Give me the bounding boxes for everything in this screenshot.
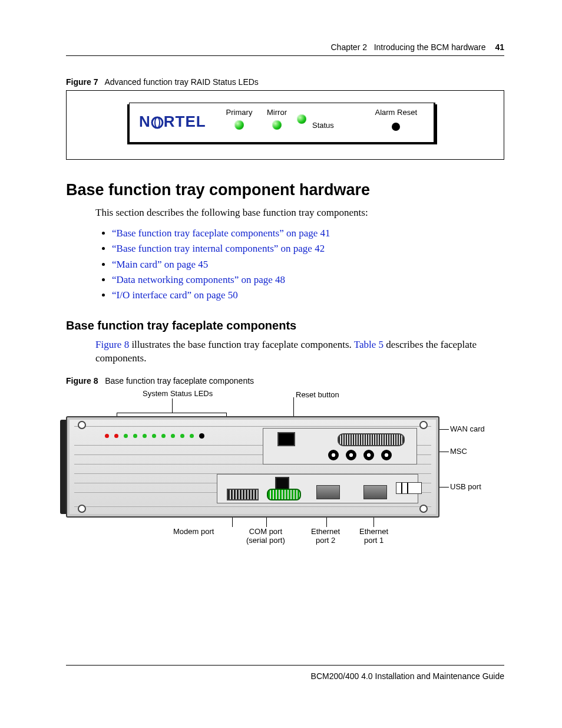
- text: illustrates the base function tray facep…: [129, 339, 354, 350]
- figure7-caption: Figure 7 Advanced function tray RAID Sta…: [66, 77, 504, 87]
- alarm-reset-group: Alarm Reset: [375, 108, 417, 131]
- com-port-line2: (serial port): [246, 536, 285, 545]
- jack-icon: [381, 450, 392, 460]
- xref-link[interactable]: “Base function tray faceplate components…: [112, 228, 330, 239]
- xref-link[interactable]: “Data networking components” on page 48: [112, 274, 285, 285]
- chapter-title: Introducing the BCM hardware: [374, 42, 486, 52]
- xref-link[interactable]: “I/O interface card” on page 50: [112, 289, 238, 301]
- list-item: “I/O interface card” on page 50: [112, 288, 504, 303]
- callout-reset-button: Reset button: [296, 390, 339, 399]
- section-heading: Base function tray component hardware: [66, 181, 504, 199]
- list-item: “Data networking components” on page 48: [112, 272, 504, 288]
- callout-wan-card: WAN card: [450, 424, 485, 433]
- callout-msc: MSC: [450, 447, 467, 456]
- mirror-led-column: Mirror: [259, 108, 295, 131]
- figure7-number: Figure 7: [66, 77, 98, 87]
- callout-usb-port: USB port: [450, 482, 481, 491]
- list-item: “Base function tray faceplate components…: [112, 226, 504, 241]
- figure8-title: Base function tray faceplate components: [105, 376, 254, 386]
- figure8-caption: Figure 8 Base function tray faceplate co…: [66, 376, 504, 386]
- callout-system-status-leds: System Status LEDs: [143, 389, 213, 398]
- ethernet-port-icon: [363, 485, 387, 499]
- leader-line: [172, 398, 173, 413]
- callout-ethernet1: Ethernet port 1: [359, 527, 388, 545]
- xref-list: “Base function tray faceplate components…: [95, 226, 504, 304]
- serial-connector-icon: [338, 433, 405, 446]
- primary-led-icon: [234, 120, 244, 130]
- footer-text: BCM200/400 4.0 Installation and Maintena…: [311, 671, 504, 681]
- usb-port-icon: [396, 482, 422, 494]
- figure7-frame: N RTEL Primary Mirror Status Alarm Reset: [66, 90, 504, 160]
- globe-icon: [151, 116, 164, 129]
- alarm-reset-button-icon: [392, 123, 400, 131]
- jack-icon: [328, 450, 339, 460]
- callout-com-port: COM port (serial port): [246, 527, 285, 545]
- chapter-label: Chapter 2: [331, 42, 367, 52]
- eth2-line2: port 2: [316, 536, 335, 545]
- wan-msc-module: [263, 428, 417, 465]
- figure8-diagram: System Status LEDs Reset button WAN card…: [66, 389, 502, 561]
- nortel-logo: N RTEL: [139, 113, 206, 131]
- svg-point-0: [152, 117, 163, 128]
- subsection-heading: Base function tray faceplate components: [66, 319, 504, 332]
- xref-table5[interactable]: Table 5: [354, 339, 384, 350]
- status-label: Status: [312, 121, 334, 130]
- xref-figure8[interactable]: Figure 8: [95, 339, 129, 350]
- faceplate-drawing: [66, 416, 439, 518]
- callout-ethernet2: Ethernet port 2: [311, 527, 340, 545]
- status-led-icon: [297, 114, 306, 124]
- mirror-led-icon: [272, 120, 282, 130]
- primary-led-column: Primary: [222, 108, 257, 131]
- page-footer: BCM200/400 4.0 Installation and Maintena…: [66, 665, 504, 681]
- figure7-title: Advanced function tray RAID Status LEDs: [104, 77, 258, 87]
- jack-icon: [346, 450, 356, 460]
- figure8-number: Figure 8: [66, 376, 98, 386]
- status-led-group: Status: [297, 108, 334, 130]
- svg-point-1: [155, 117, 160, 128]
- leader-line: [117, 413, 226, 413]
- io-module: [217, 474, 418, 503]
- rj-port-icon: [277, 432, 295, 446]
- modem-port-icon: [227, 489, 259, 500]
- primary-label: Primary: [222, 108, 257, 117]
- com-port-icon: [267, 489, 301, 500]
- mirror-label: Mirror: [259, 108, 295, 117]
- alarm-reset-label: Alarm Reset: [375, 108, 417, 117]
- callout-modem-port: Modem port: [173, 527, 214, 536]
- jack-icon: [363, 450, 374, 460]
- page-number: 41: [488, 42, 504, 52]
- com-port-line1: COM port: [249, 527, 282, 536]
- status-led-strip: [105, 433, 223, 440]
- eth1-line1: Ethernet: [359, 527, 388, 536]
- section-intro: This section describes the following bas…: [95, 206, 504, 220]
- xref-link[interactable]: “Main card” on page 45: [112, 259, 208, 270]
- ethernet-port-icon: [316, 485, 340, 499]
- eth1-line2: port 1: [364, 536, 384, 545]
- list-item: “Main card” on page 45: [112, 257, 504, 272]
- xref-link[interactable]: “Base function tray internal components”…: [112, 243, 325, 254]
- eth2-line1: Ethernet: [311, 527, 340, 536]
- figure7-panel: N RTEL Primary Mirror Status Alarm Reset: [129, 103, 435, 143]
- subsection-paragraph: Figure 8 illustrates the base function t…: [95, 338, 504, 365]
- running-header: Chapter 2 Introducing the BCM hardware 4…: [66, 42, 504, 56]
- list-item: “Base function tray internal components”…: [112, 241, 504, 256]
